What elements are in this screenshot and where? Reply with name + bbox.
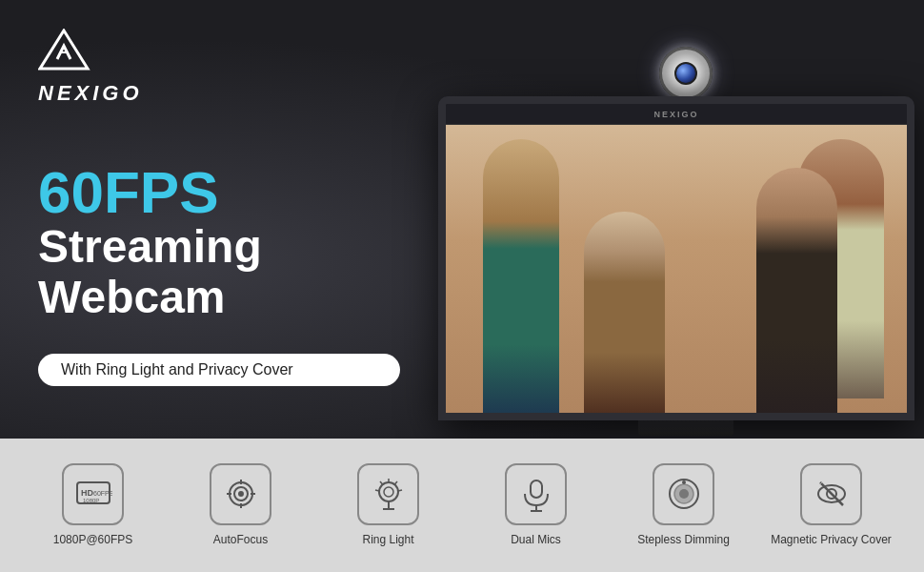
hd-icon-box: HD 60FPS 1080P (62, 463, 124, 525)
dual-mics-icon (517, 475, 555, 513)
headline: Streaming Webcam (38, 222, 400, 323)
feature-hd-label: 1080P@60FPS (53, 533, 133, 548)
subtitle-badge: With Ring Light and Privacy Cover (38, 354, 400, 386)
monitor-frame: NEXIGO (438, 96, 914, 420)
fps-label: 60FPS (38, 163, 400, 222)
person-4 (756, 168, 837, 413)
svg-line-17 (398, 490, 402, 491)
logo-area: NEXIGO (38, 29, 400, 106)
feature-stepless-dimming: Stepless Dimming (622, 463, 746, 548)
feature-hd-60fps: HD 60FPS 1080P 1080P@60FPS (31, 463, 155, 548)
ring-light-icon (370, 475, 408, 513)
person-3 (584, 212, 665, 413)
svg-line-16 (394, 481, 397, 484)
feature-stepless-dimming-label: Stepless Dimming (637, 533, 730, 548)
monitor-stand (638, 420, 733, 436)
monitor-foot (610, 436, 762, 439)
person-1 (483, 139, 559, 413)
feature-dual-mics: Dual Mics (474, 463, 598, 548)
monitor-wrap: NEXIGO (438, 96, 924, 439)
privacy-cover-icon-box (800, 463, 862, 525)
hd-icon: HD 60FPS 1080P (74, 475, 112, 513)
svg-point-13 (379, 482, 398, 501)
feature-dual-mics-label: Dual Mics (511, 533, 561, 548)
feature-autofocus-label: AutoFocus (213, 533, 268, 548)
svg-text:HD: HD (81, 488, 93, 498)
monitor-top-bar: NEXIGO (446, 104, 907, 125)
feature-autofocus: AutoFocus (179, 463, 303, 548)
left-panel: NEXIGO 60FPS Streaming Webcam With Ring … (0, 0, 438, 439)
autofocus-icon (222, 475, 260, 513)
feature-ring-light: Ring Light (327, 463, 451, 548)
page-container: NEXIGO 60FPS Streaming Webcam With Ring … (0, 0, 924, 572)
svg-point-27 (679, 489, 689, 499)
svg-rect-22 (531, 480, 542, 498)
svg-marker-0 (40, 31, 88, 69)
svg-text:1080P: 1080P (83, 498, 99, 503)
features-bar: HD 60FPS 1080P 1080P@60FPS (0, 439, 924, 572)
privacy-cover-icon (813, 475, 851, 513)
monitor-photo (446, 125, 907, 413)
autofocus-icon-box (210, 463, 271, 525)
stepless-dimming-icon-box (653, 463, 714, 525)
brand-name: NEXIGO (38, 81, 143, 106)
svg-line-19 (375, 490, 379, 491)
svg-point-28 (682, 480, 686, 484)
nexigo-logo-icon (38, 29, 90, 76)
feature-ring-light-label: Ring Light (362, 533, 413, 548)
svg-point-8 (238, 491, 244, 497)
feature-privacy-cover: Magnetic Privacy Cover (770, 463, 894, 548)
svg-point-14 (384, 487, 393, 497)
stepless-dimming-icon (665, 475, 703, 513)
hero-section: NEXIGO 60FPS Streaming Webcam With Ring … (0, 0, 924, 439)
feature-privacy-cover-label: Magnetic Privacy Cover (771, 533, 892, 548)
dual-mics-icon-box (505, 463, 567, 525)
ring-light-icon-box (357, 463, 419, 525)
svg-line-18 (380, 481, 383, 484)
right-panel: NEXIGO (438, 0, 924, 439)
webcam-ring (659, 47, 713, 100)
svg-text:60FPS: 60FPS (93, 490, 112, 497)
monitor-brand-label: NEXIGO (653, 110, 698, 119)
webcam-lens (674, 62, 697, 85)
